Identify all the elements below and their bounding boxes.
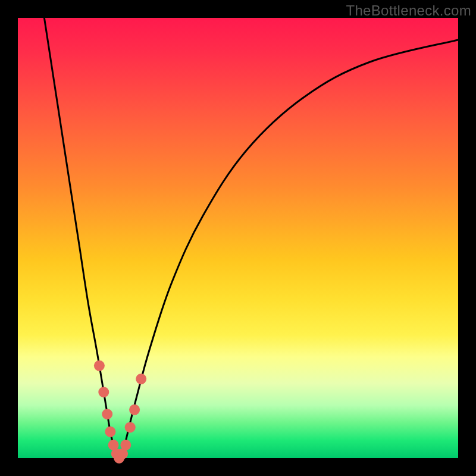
chart-svg [18,18,458,458]
marker-point [105,427,115,437]
watermark-text: TheBottleneck.com [346,2,471,19]
plot-area [18,18,458,458]
curve-right-branch [119,40,458,458]
marker-point [136,374,146,384]
marker-point [98,387,109,397]
marker-point [94,361,105,371]
marker-point [120,440,131,450]
marker-point [125,422,136,433]
marker-point [102,409,112,419]
chart-frame: TheBottleneck.com [0,0,476,476]
marker-point [129,405,140,415]
